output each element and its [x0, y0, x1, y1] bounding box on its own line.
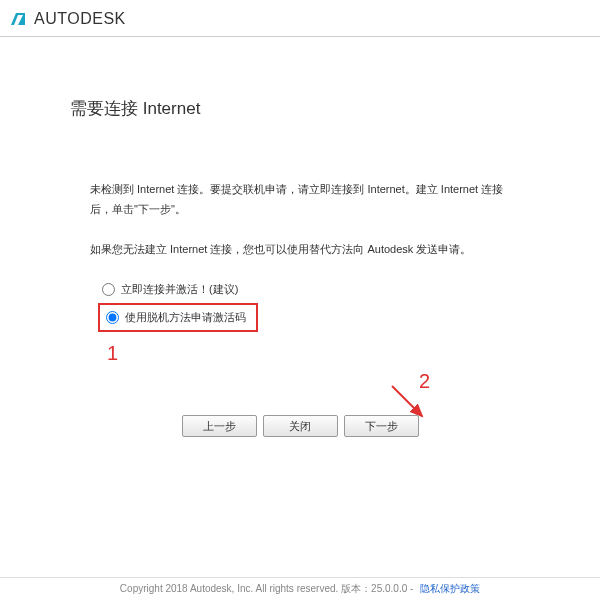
svg-line-0: [392, 386, 422, 416]
radio-option-connect-now[interactable]: 立即连接并激活！(建议): [98, 279, 530, 300]
paragraph-1: 未检测到 Internet 连接。要提交联机申请，请立即连接到 Internet…: [90, 180, 510, 220]
radio-group: 立即连接并激活！(建议) 使用脱机方法申请激活码: [98, 279, 530, 332]
radio-option-offline[interactable]: 使用脱机方法申请激活码: [102, 307, 250, 328]
brand-text: AUTODESK: [34, 10, 126, 28]
autodesk-logo-icon: [10, 10, 28, 28]
main-content: 需要连接 Internet 未检测到 Internet 连接。要提交联机申请，请…: [0, 37, 600, 352]
next-button[interactable]: 下一步: [344, 415, 419, 437]
annotation-marker-2: 2: [419, 370, 430, 393]
close-button[interactable]: 关闭: [263, 415, 338, 437]
radio-connect-now[interactable]: [102, 283, 115, 296]
paragraph-2: 如果您无法建立 Internet 连接，您也可以使用替代方法向 Autodesk…: [90, 240, 510, 260]
body-text: 未检测到 Internet 连接。要提交联机申请，请立即连接到 Internet…: [90, 180, 510, 259]
highlight-box: 使用脱机方法申请激活码: [98, 303, 258, 332]
privacy-link[interactable]: 隐私保护政策: [420, 583, 480, 594]
button-row: 上一步 关闭 下一步: [0, 415, 600, 437]
header: AUTODESK: [0, 0, 600, 37]
page-title: 需要连接 Internet: [70, 97, 530, 120]
annotation-marker-1: 1: [107, 342, 118, 365]
radio-offline[interactable]: [106, 311, 119, 324]
copyright-text: Copyright 2018 Autodesk, Inc. All rights…: [120, 583, 413, 594]
radio-connect-now-label[interactable]: 立即连接并激活！(建议): [121, 282, 238, 297]
footer: Copyright 2018 Autodesk, Inc. All rights…: [0, 577, 600, 596]
radio-offline-label[interactable]: 使用脱机方法申请激活码: [125, 310, 246, 325]
back-button[interactable]: 上一步: [182, 415, 257, 437]
